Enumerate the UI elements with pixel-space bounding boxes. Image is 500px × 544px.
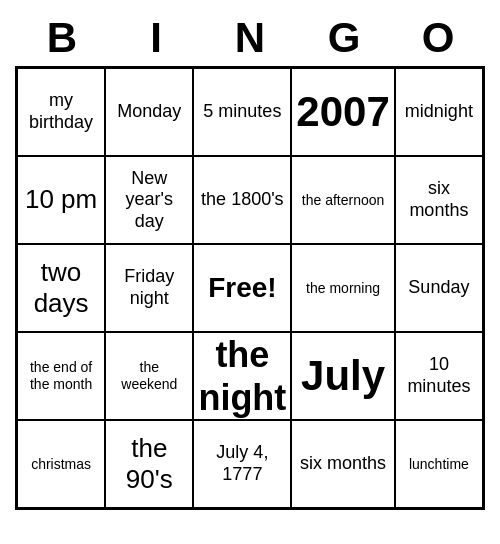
- cell-2-4: Sunday: [395, 244, 483, 332]
- cell-1-3: the afternoon: [291, 156, 394, 244]
- cell-1-0: 10 pm: [17, 156, 105, 244]
- cell-4-2: July 4, 1777: [193, 420, 291, 508]
- cell-1-4: six months: [395, 156, 483, 244]
- cell-2-3: the morning: [291, 244, 394, 332]
- bingo-header: B I N G O: [15, 10, 485, 66]
- cell-0-3: 2007: [291, 68, 394, 156]
- cell-0-0: my birthday: [17, 68, 105, 156]
- cell-4-4: lunchtime: [395, 420, 483, 508]
- header-o: O: [391, 10, 485, 66]
- cell-3-4: 10 minutes: [395, 332, 483, 420]
- cell-3-3: July: [291, 332, 394, 420]
- cell-1-1: New year's day: [105, 156, 193, 244]
- cell-4-0: christmas: [17, 420, 105, 508]
- cell-2-0: two days: [17, 244, 105, 332]
- cell-0-2: 5 minutes: [193, 68, 291, 156]
- cell-2-1: Friday night: [105, 244, 193, 332]
- header-i: I: [109, 10, 203, 66]
- bingo-grid: my birthday Monday 5 minutes 2007 midnig…: [15, 66, 485, 510]
- cell-3-1: the weekend: [105, 332, 193, 420]
- cell-2-2-free: Free!: [193, 244, 291, 332]
- cell-3-2: the night: [193, 332, 291, 420]
- header-n: N: [203, 10, 297, 66]
- cell-1-2: the 1800's: [193, 156, 291, 244]
- cell-3-0: the end of the month: [17, 332, 105, 420]
- bingo-card: B I N G O my birthday Monday 5 minutes 2…: [15, 10, 485, 510]
- cell-4-3: six months: [291, 420, 394, 508]
- cell-0-4: midnight: [395, 68, 483, 156]
- header-b: B: [15, 10, 109, 66]
- cell-0-1: Monday: [105, 68, 193, 156]
- header-g: G: [297, 10, 391, 66]
- cell-4-1: the 90's: [105, 420, 193, 508]
